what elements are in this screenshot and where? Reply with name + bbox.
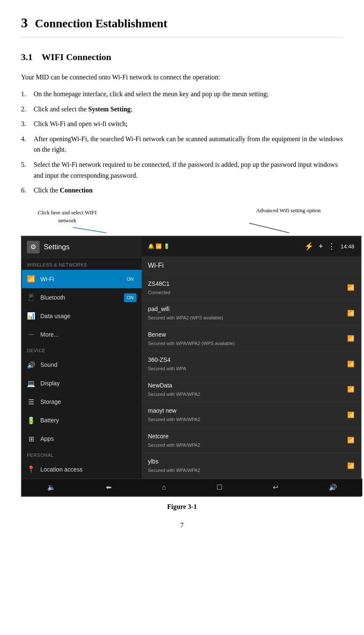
- step-3: 3. Click Wi-Fi and open wi-fi switch;: [21, 119, 343, 129]
- annotation-left: Click here and select WIFI network: [34, 208, 101, 234]
- wifi-network-item[interactable]: ZS48C1 Connected 📶: [142, 275, 361, 301]
- annotation-right: Advanced Wifi setting option: [246, 206, 330, 234]
- storage-icon: ☰: [27, 397, 35, 407]
- volume-up-icon[interactable]: 🔊: [329, 482, 337, 493]
- display-label: Display: [40, 379, 60, 388]
- network-name: maoyt new: [148, 406, 200, 415]
- time-display: 14:48: [340, 242, 354, 251]
- home-icon[interactable]: ⌂: [162, 482, 166, 493]
- intro-text: Your MID can be connected onto Wi-Fi net…: [21, 72, 343, 82]
- page-number: 7: [21, 520, 343, 530]
- more-icon: ···: [27, 329, 35, 340]
- network-status: Secured with WPA/WPA2: [148, 416, 200, 423]
- wifi-network-item[interactable]: maoyt new Secured with WPA/WPA2 📶: [142, 402, 361, 428]
- wifi-network-item[interactable]: 360-ZS4 Secured with WPA 📶: [142, 351, 361, 377]
- network-name: ZS48C1: [148, 279, 170, 288]
- network-name: Benew: [148, 330, 235, 339]
- steps-list: 1. On the homepage interface, click and …: [21, 89, 343, 196]
- wifi-signal-icon: 📶: [347, 461, 354, 470]
- network-name: NewData: [148, 381, 200, 390]
- sidebar-item-location[interactable]: 📍 Location access: [22, 460, 142, 479]
- header-action-icons: ⚡ + ⋮ 14:48: [304, 241, 354, 252]
- step-2: 2. Click and select the System Setting;: [21, 104, 343, 115]
- step-num-2: 2.: [21, 104, 34, 115]
- step-num-1: 1.: [21, 89, 34, 100]
- wifi-network-item[interactable]: Benew Secured with WPA/WPA2 (WPS availab…: [142, 326, 361, 352]
- step-num-5: 5.: [21, 159, 34, 181]
- wifi-network-item[interactable]: ylbs Secured with WPA/WPA2 📶: [142, 453, 361, 479]
- section-title: 3.1 WIFI Connection: [21, 50, 343, 64]
- sidebar-item-bluetooth[interactable]: 📱 Bluetooth ON: [22, 288, 142, 307]
- figure-caption: Figure 3-1: [21, 502, 343, 512]
- wifi-label: Wi-Fi: [40, 275, 54, 284]
- settings-sidebar: ⚙ Settings WIRELESS & NETWORKS 📶 Wi-Fi O…: [22, 237, 142, 479]
- step-content-3: Click Wi-Fi and open wi-fi switch;: [34, 119, 343, 129]
- step-5: 5. Select the Wi-Fi network required to …: [21, 159, 343, 181]
- step-content-4: After openingWi-Fi, the searched Wi-Fi n…: [34, 134, 343, 155]
- settings-header: ⚙ Settings: [22, 237, 142, 258]
- menu-icon[interactable]: ⋮: [328, 241, 335, 252]
- step-content-6: Click the Connection: [34, 185, 343, 196]
- step-1: 1. On the homepage interface, click and …: [21, 89, 343, 100]
- network-status: Secured with WPA/WPA2: [148, 442, 200, 449]
- wifi-signal-icon: 📶: [347, 385, 354, 394]
- wifi-toggle[interactable]: ON: [124, 275, 137, 284]
- network-name: ylbs: [148, 457, 200, 466]
- step-content-2: Click and select the System Setting;: [34, 104, 343, 115]
- apps-label: Apps: [40, 435, 54, 443]
- sidebar-item-data-usage[interactable]: 📊 Data usage: [22, 307, 142, 325]
- return-icon[interactable]: ↩: [273, 482, 278, 493]
- apps-icon: ⊞: [27, 434, 35, 444]
- bold-system-setting: System Setting: [88, 105, 131, 113]
- sound-icon: 🔊: [27, 360, 35, 370]
- wifi-network-item[interactable]: Netcore Secured with WPA/WPA2 📶: [142, 428, 361, 453]
- sidebar-item-wifi[interactable]: 📶 Wi-Fi ON: [22, 270, 142, 288]
- step-num-4: 4.: [21, 134, 34, 155]
- network-status: Secured with WPA/WPA2: [148, 391, 200, 398]
- battery-icon: 🔋: [27, 416, 35, 426]
- network-status: Secured with WPA2 (WPS available): [148, 314, 223, 321]
- network-status: Connected: [148, 289, 170, 296]
- wifi-icon: 📶: [27, 274, 35, 284]
- wifi-signal-icon: 📶: [347, 360, 354, 369]
- bluetooth-icon: 📱: [27, 292, 35, 303]
- bluetooth-label: Bluetooth: [40, 293, 65, 302]
- wifi-panel-title: Wi-Fi: [142, 256, 361, 275]
- network-name: pad_wifi: [148, 305, 223, 314]
- flash-icon[interactable]: ⚡: [304, 241, 314, 252]
- network-name: Netcore: [148, 432, 200, 441]
- add-icon[interactable]: +: [319, 241, 323, 252]
- network-status: Secured with WPA/WPA2: [148, 467, 200, 474]
- device-screenshot: ⚙ Settings WIRELESS & NETWORKS 📶 Wi-Fi O…: [21, 236, 361, 497]
- annotation-area: Click here and select WIFI network Advan…: [21, 204, 343, 234]
- recent-apps-icon[interactable]: ☐: [216, 482, 222, 493]
- wifi-signal-icon: 📶: [347, 309, 354, 318]
- display-icon: 💻: [27, 379, 35, 389]
- device-section-label: DEVICE: [22, 344, 142, 356]
- network-status: Secured with WPA/WPA2 (WPS available): [148, 340, 235, 347]
- wifi-network-item[interactable]: NewData Secured with WPA/WPA2 📶: [142, 377, 361, 403]
- data-usage-icon: 📊: [27, 311, 35, 321]
- network-status: Secured with WPA: [148, 365, 186, 372]
- back-icon[interactable]: ⬅: [106, 482, 111, 493]
- sidebar-item-apps[interactable]: ⊞ Apps: [22, 430, 142, 448]
- storage-label: Storage: [40, 398, 61, 406]
- chapter-title-text: Connection Establishment: [35, 17, 167, 30]
- sidebar-item-battery[interactable]: 🔋 Battery: [22, 411, 142, 430]
- wifi-signal-icon: 📶: [347, 334, 354, 343]
- sidebar-item-display[interactable]: 💻 Display: [22, 374, 142, 393]
- volume-down-icon[interactable]: 🔈: [47, 482, 55, 493]
- wireless-section-label: WIRELESS & NETWORKS: [22, 258, 142, 270]
- bold-connection: Connection: [60, 187, 92, 194]
- wifi-network-item[interactable]: pad_wifi Secured with WPA2 (WPS availabl…: [142, 300, 361, 326]
- wifi-signal-icon: 📶: [347, 436, 354, 445]
- settings-header-title: Settings: [44, 242, 69, 253]
- section-title-text: WIFI Connection: [42, 52, 111, 62]
- sidebar-item-sound[interactable]: 🔊 Sound: [22, 356, 142, 374]
- status-icons: 🔔 📶 🔋: [148, 242, 170, 250]
- content-header: 🔔 📶 🔋 ⚡ + ⋮ 14:48: [142, 237, 361, 256]
- sidebar-item-more[interactable]: ··· More...: [22, 325, 142, 344]
- sidebar-item-storage[interactable]: ☰ Storage: [22, 393, 142, 411]
- bluetooth-toggle[interactable]: ON: [124, 293, 137, 302]
- step-content-1: On the homepage interface, click and sel…: [34, 89, 343, 100]
